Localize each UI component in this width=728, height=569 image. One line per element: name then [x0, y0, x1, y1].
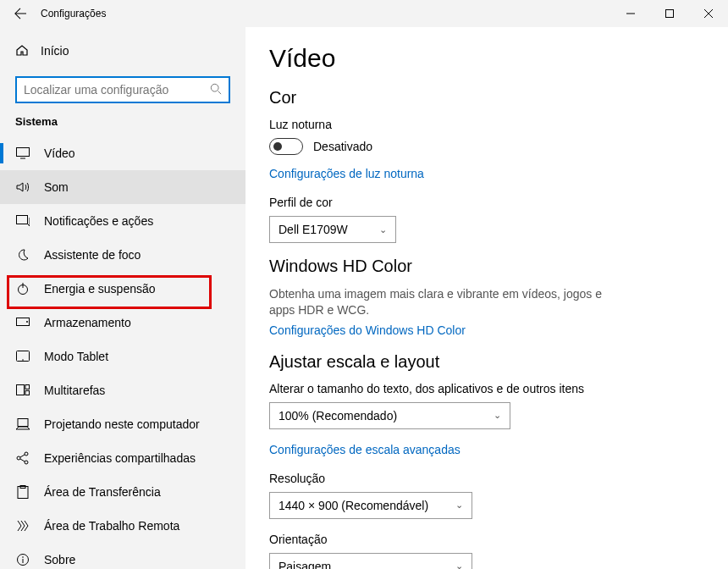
minimize-button[interactable] [611, 0, 650, 27]
home-label: Início [41, 44, 69, 58]
sidebar-item-label: Projetando neste computador [44, 417, 200, 431]
chevron-down-icon: ⌄ [455, 561, 463, 569]
sidebar-item-video[interactable]: Vídeo [0, 136, 245, 170]
sidebar-item-shared[interactable]: Experiências compartilhadas [0, 441, 245, 475]
svg-rect-3 [17, 216, 28, 224]
sidebar-item-storage[interactable]: Armazenamento [0, 306, 245, 340]
projecting-icon [15, 418, 30, 430]
sidebar: Início Sistema Vídeo Som Notificações e … [0, 27, 245, 569]
chevron-down-icon: ⌄ [455, 500, 463, 511]
scale-layout-heading: Ajustar escala e layout [269, 352, 704, 372]
orientation-label: Orientação [269, 533, 704, 546]
power-icon [15, 282, 30, 296]
night-light-settings-link[interactable]: Configurações de luz noturna [269, 167, 704, 180]
toggle-state-text: Desativado [313, 140, 372, 153]
sidebar-item-label: Área de Transferência [44, 485, 161, 499]
tablet-icon [15, 351, 30, 362]
title-bar: Configurações [0, 0, 728, 27]
sidebar-item-projecting[interactable]: Projetando neste computador [0, 407, 245, 441]
color-profile-label: Perfil de cor [269, 196, 704, 209]
home-icon [15, 43, 29, 59]
close-button[interactable] [689, 0, 728, 27]
svg-point-1 [211, 84, 218, 91]
chevron-down-icon: ⌄ [494, 410, 501, 421]
maximize-icon [665, 9, 674, 18]
svg-point-6 [26, 321, 28, 323]
sidebar-item-label: Área de Trabalho Remota [44, 519, 179, 533]
advanced-scale-link[interactable]: Configurações de escala avançadas [269, 443, 704, 456]
back-arrow-icon [14, 8, 26, 19]
page-title: Vídeo [269, 44, 704, 73]
resolution-combo[interactable]: 1440 × 900 (Recomendável) ⌄ [269, 492, 472, 519]
orientation-combo[interactable]: Paisagem ⌄ [269, 553, 472, 569]
sidebar-item-label: Armazenamento [44, 316, 131, 329]
svg-rect-0 [666, 10, 674, 18]
search-icon [210, 83, 222, 97]
sidebar-item-sound[interactable]: Som [0, 170, 245, 204]
sidebar-item-focus-assist[interactable]: Assistente de foco [0, 238, 245, 272]
sidebar-item-about[interactable]: Sobre [0, 543, 245, 569]
storage-icon [15, 318, 30, 328]
scale-combo[interactable]: 100% (Recomendado) ⌄ [269, 402, 510, 429]
svg-point-19 [22, 556, 24, 558]
sidebar-item-label: Notificações e ações [44, 214, 153, 228]
sidebar-item-label: Energia e suspensão [44, 282, 156, 296]
sidebar-item-label: Modo Tablet [44, 350, 108, 363]
content-pane: Vídeo Cor Luz noturna Desativado Configu… [245, 27, 728, 569]
sound-icon [15, 181, 30, 193]
sidebar-item-clipboard[interactable]: Área de Transferência [0, 475, 245, 509]
sidebar-group-label: Sistema [0, 115, 245, 136]
home-button[interactable]: Início [0, 34, 245, 68]
close-icon [704, 9, 713, 18]
sidebar-item-multitask[interactable]: Multitarefas [0, 373, 245, 407]
resolution-value: 1440 × 900 (Recomendável) [279, 499, 428, 512]
sidebar-item-power[interactable]: Energia e suspensão [0, 272, 245, 306]
focus-assist-icon [15, 248, 30, 262]
multitask-icon [15, 384, 30, 396]
hd-color-heading: Windows HD Color [269, 257, 704, 276]
svg-rect-12 [18, 419, 28, 427]
search-box[interactable] [15, 76, 230, 103]
chevron-down-icon: ⌄ [379, 224, 387, 235]
maximize-button[interactable] [650, 0, 689, 27]
night-light-toggle[interactable] [269, 138, 303, 155]
svg-point-8 [22, 359, 24, 361]
sidebar-nav: Vídeo Som Notificações e ações Assistent… [0, 136, 245, 569]
color-heading: Cor [269, 88, 704, 108]
sidebar-item-label: Sobre [44, 553, 75, 566]
svg-rect-9 [17, 385, 25, 395]
display-icon [15, 147, 30, 159]
sidebar-item-label: Assistente de foco [44, 248, 141, 262]
toggle-knob [273, 142, 282, 151]
window-title: Configurações [34, 8, 106, 19]
notifications-icon [15, 215, 30, 227]
svg-rect-11 [25, 391, 30, 395]
svg-rect-2 [17, 148, 30, 157]
back-button[interactable] [7, 0, 34, 27]
sidebar-item-label: Experiências compartilhadas [44, 451, 196, 465]
scale-value: 100% (Recomendado) [279, 409, 397, 423]
sidebar-item-label: Multitarefas [44, 384, 105, 397]
color-profile-combo[interactable]: Dell E1709W ⌄ [269, 216, 396, 243]
resolution-label: Resolução [269, 472, 704, 485]
svg-point-15 [25, 461, 28, 464]
color-profile-value: Dell E1709W [279, 223, 348, 236]
minimize-icon [626, 9, 635, 18]
orientation-value: Paisagem [279, 560, 331, 569]
hd-color-settings-link[interactable]: Configurações do Windows HD Color [269, 323, 704, 337]
sidebar-item-tablet[interactable]: Modo Tablet [0, 340, 245, 373]
about-icon [15, 553, 30, 566]
shared-icon [15, 451, 30, 465]
sidebar-item-label: Som [44, 180, 69, 194]
scale-label: Alterar o tamanho do texto, dos aplicati… [269, 382, 704, 395]
sidebar-item-notifications[interactable]: Notificações e ações [0, 204, 245, 238]
svg-point-14 [25, 452, 28, 456]
clipboard-icon [15, 485, 30, 499]
sidebar-item-remote[interactable]: Área de Trabalho Remota [0, 509, 245, 543]
svg-point-13 [17, 456, 20, 460]
remote-icon [15, 519, 30, 533]
night-light-label: Luz noturna [269, 118, 704, 131]
sidebar-item-label: Vídeo [44, 146, 75, 160]
hd-color-description: Obtenha uma imagem mais clara e vibrante… [269, 286, 608, 318]
search-input[interactable] [24, 83, 210, 97]
